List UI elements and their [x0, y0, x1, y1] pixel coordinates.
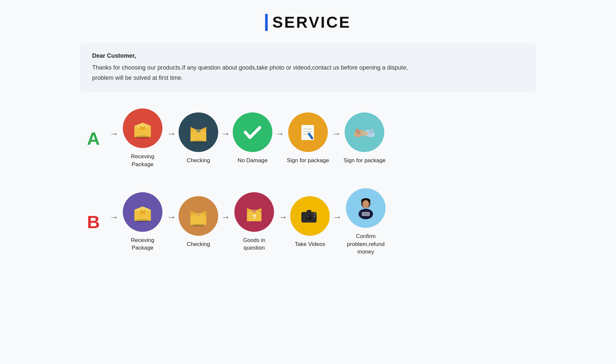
notice-dear: Dear Customer,: [92, 52, 524, 59]
step-a5: Sign for package: [344, 112, 386, 165]
step-a1-label: Receving Package: [121, 153, 164, 168]
step-b2-icon: [179, 196, 218, 236]
svg-rect-46: [313, 213, 316, 215]
arrow: →: [109, 129, 119, 148]
arrow: →: [275, 129, 284, 148]
flow-row-b: B → Receving Package →: [80, 188, 536, 256]
step-b1-icon: [123, 192, 162, 232]
svg-text:?: ?: [252, 213, 256, 221]
svg-rect-52: [362, 213, 369, 215]
svg-point-26: [135, 219, 150, 223]
step-a3: No Damage: [233, 112, 272, 165]
step-a2-label: Checking: [187, 157, 210, 165]
title-accent-bar: [265, 14, 268, 31]
arrow: →: [109, 212, 119, 232]
step-a2-icon: [179, 112, 218, 152]
step-b1: Receving Package: [121, 192, 164, 252]
svg-point-41: [307, 215, 311, 220]
step-b2: Checking: [179, 196, 218, 248]
svg-point-50: [362, 200, 369, 208]
step-a5-label: Sign for package: [344, 157, 386, 165]
step-b5-label: Confirm problem,refund money: [344, 232, 387, 256]
page-header: SERVICE: [265, 13, 351, 31]
step-b5-icon: [346, 188, 386, 228]
svg-point-10: [192, 140, 205, 143]
step-a1-icon: [123, 108, 162, 148]
step-b3-label: Goods in question: [233, 236, 276, 252]
arrow: →: [221, 129, 230, 148]
arrow: →: [167, 129, 176, 148]
arrow: →: [221, 212, 230, 232]
step-b4: Take Videos: [290, 196, 330, 248]
step-a2: Checking: [179, 112, 218, 165]
arrow: →: [332, 129, 341, 148]
step-a3-label: No Damage: [238, 157, 268, 165]
flow-row-a: A → Receving Package →: [80, 108, 536, 168]
step-a4: Sign for package: [287, 112, 329, 165]
step-b4-icon: [290, 196, 330, 236]
svg-point-45: [314, 216, 316, 218]
step-b1-label: Receving Package: [121, 236, 164, 252]
flow-section: A → Receving Package →: [80, 108, 536, 256]
step-a5-icon: [345, 112, 384, 152]
notice-body: Thanks for choosing our products.If any …: [92, 63, 524, 83]
page-title: SERVICE: [272, 13, 351, 31]
step-b2-label: Checking: [187, 240, 210, 248]
svg-point-4: [135, 136, 150, 139]
svg-rect-43: [307, 210, 311, 213]
step-a4-label: Sign for package: [287, 157, 329, 165]
svg-point-32: [192, 224, 205, 227]
arrow: →: [332, 212, 342, 232]
svg-point-21: [361, 131, 368, 136]
svg-point-42: [307, 215, 309, 217]
step-a3-icon: [233, 112, 272, 152]
step-b4-label: Take Videos: [295, 240, 325, 248]
step-b5: Confirm problem,refund money: [344, 188, 387, 256]
step-a4-icon: [288, 112, 328, 152]
arrow: →: [167, 212, 176, 232]
row-letter-b: B: [80, 212, 107, 232]
notice-box: Dear Customer, Thanks for choosing our p…: [80, 43, 536, 92]
step-b3: ? Goods in question: [233, 192, 276, 252]
step-a1: Receving Package: [121, 108, 164, 168]
row-letter-a: A: [80, 128, 107, 149]
step-b3-icon: ?: [234, 192, 274, 232]
arrow: →: [278, 212, 288, 232]
